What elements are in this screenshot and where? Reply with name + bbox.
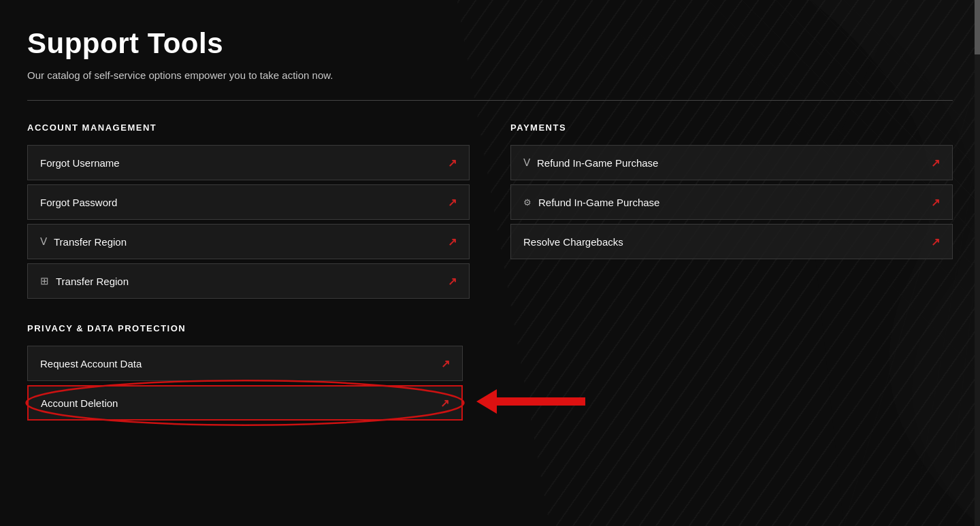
account-deletion-wrapper: Account Deletion ↗ — [27, 385, 463, 421]
privacy-section: PRIVACY & DATA PROTECTION Request Accoun… — [27, 323, 953, 421]
refund-ingame-2-item[interactable]: ⚙ Refund In-Game Purchase ↗ — [510, 184, 953, 220]
resolve-chargebacks-item[interactable]: Resolve Chargebacks ↗ — [510, 224, 953, 259]
payments-title: PAYMENTS — [510, 122, 953, 133]
forgot-password-item[interactable]: Forgot Password ↗ — [27, 184, 470, 220]
refund-ingame-1-arrow-icon: ↗ — [931, 157, 940, 169]
forgot-password-label: Forgot Password — [40, 197, 117, 208]
forgot-username-arrow-icon: ↗ — [448, 157, 457, 169]
red-arrow-svg — [476, 387, 585, 416]
account-management-section: ACCOUNT MANAGEMENT Forgot Username ↗ For… — [27, 122, 470, 299]
transfer-region-1-arrow-icon: ↗ — [448, 235, 457, 248]
refund-ingame-1-label: Refund In-Game Purchase — [537, 157, 658, 169]
scrollbar-track[interactable] — [975, 0, 980, 526]
section-divider — [27, 100, 953, 101]
account-deletion-arrow-icon: ↗ — [440, 397, 449, 410]
resolve-chargebacks-arrow-icon: ↗ — [931, 235, 940, 248]
request-account-data-arrow-icon: ↗ — [441, 357, 450, 370]
transfer-region-1-label: Transfer Region — [54, 236, 127, 248]
payments-list: ᐯ Refund In-Game Purchase ↗ ⚙ Refund In-… — [510, 145, 953, 259]
refund-ingame-1-item[interactable]: ᐯ Refund In-Game Purchase ↗ — [510, 145, 953, 180]
annotation-arrow — [476, 387, 585, 416]
svg-marker-11 — [476, 389, 585, 414]
transfer-region-2-arrow-icon: ↗ — [448, 275, 457, 288]
forgot-username-label: Forgot Username — [40, 157, 120, 169]
transfer-region-1-item[interactable]: ᐯ Transfer Region ↗ — [27, 224, 470, 259]
account-deletion-item[interactable]: Account Deletion ↗ — [27, 385, 463, 421]
page-title: Support Tools — [27, 27, 953, 60]
account-deletion-label: Account Deletion — [41, 397, 118, 409]
privacy-list: Request Account Data ↗ Account Deletion … — [27, 346, 463, 421]
refund-ingame-2-label: Refund In-Game Purchase — [538, 197, 659, 208]
privacy-title: PRIVACY & DATA PROTECTION — [27, 323, 953, 333]
transfer-region-2-icon: ⊞ — [40, 275, 49, 287]
forgot-password-arrow-icon: ↗ — [448, 196, 457, 209]
account-management-title: ACCOUNT MANAGEMENT — [27, 122, 470, 133]
request-account-data-item[interactable]: Request Account Data ↗ — [27, 346, 463, 381]
payments-section: PAYMENTS ᐯ Refund In-Game Purchase ↗ ⚙ R… — [510, 122, 953, 299]
resolve-chargebacks-label: Resolve Chargebacks — [523, 236, 623, 248]
transfer-region-1-icon: ᐯ — [40, 235, 47, 248]
account-management-list: Forgot Username ↗ Forgot Password ↗ ᐯ Tr… — [27, 145, 470, 299]
refund-ingame-2-arrow-icon: ↗ — [931, 196, 940, 209]
scrollbar-thumb[interactable] — [975, 0, 980, 54]
request-account-data-label: Request Account Data — [40, 358, 142, 369]
page-subtitle: Our catalog of self-service options empo… — [27, 69, 953, 81]
refund-1-icon: ᐯ — [523, 157, 530, 169]
transfer-region-2-label: Transfer Region — [56, 276, 129, 287]
transfer-region-2-item[interactable]: ⊞ Transfer Region ↗ — [27, 263, 470, 299]
forgot-username-item[interactable]: Forgot Username ↗ — [27, 145, 470, 180]
refund-2-icon: ⚙ — [523, 197, 532, 208]
